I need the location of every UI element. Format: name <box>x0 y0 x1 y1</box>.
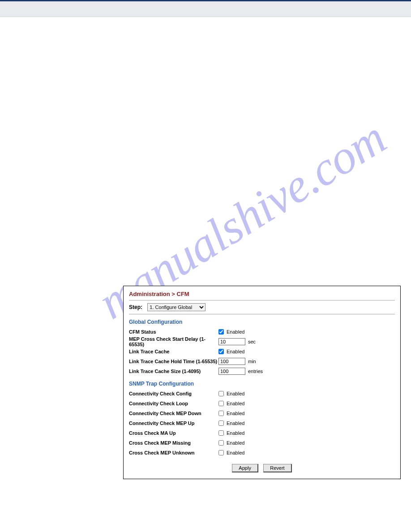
xc-mep-unknown-label: Cross Check MEP Unknown <box>129 450 218 455</box>
lt-size-unit: entries <box>248 369 263 374</box>
xc-mep-unknown-checkbox[interactable] <box>218 450 224 455</box>
link-trace-cache-row: Link Trace Cache Enabled <box>129 347 395 356</box>
cc-config-label: Connectivity Check Config <box>129 391 218 396</box>
cc-mep-down-checkbox[interactable] <box>218 411 224 416</box>
cfm-config-panel: Administration > CFM Step: 1. Configure … <box>123 286 401 479</box>
cc-mep-down-label: Connectivity Check MEP Down <box>129 411 218 416</box>
cc-loop-checkbox[interactable] <box>218 401 224 406</box>
cc-mep-up-label: Connectivity Check MEP Up <box>129 420 218 426</box>
link-trace-cache-label: Link Trace Cache <box>129 349 218 354</box>
xc-mep-unknown-row: Cross Check MEP Unknown Enabled <box>129 448 395 458</box>
step-select[interactable]: 1. Configure Global <box>147 303 206 311</box>
xc-mep-missing-row: Cross Check MEP Missing Enabled <box>129 438 395 448</box>
xc-mep-missing-label: Cross Check MEP Missing <box>129 440 218 446</box>
xc-ma-up-checkbox[interactable] <box>218 430 224 436</box>
xc-ma-up-label: Cross Check MA Up <box>129 430 218 436</box>
lt-hold-unit: min <box>248 359 256 364</box>
xc-mep-missing-checkbox[interactable] <box>218 440 224 446</box>
snmp-trap-header: SNMP Trap Configuration <box>129 381 395 387</box>
link-trace-cache-checkbox[interactable] <box>218 349 224 354</box>
lt-size-label: Link Trace Cache Size (1-4095) <box>129 369 218 374</box>
lt-size-row: Link Trace Cache Size (1-4095) entries <box>129 366 395 376</box>
apply-button[interactable]: Apply <box>232 464 258 472</box>
cc-config-checkbox[interactable] <box>218 391 224 396</box>
step-label: Step: <box>129 304 142 310</box>
xc-mep-unknown-text: Enabled <box>227 450 244 455</box>
cc-loop-label: Connectivity Check Loop <box>129 401 218 406</box>
button-row: Apply Revert <box>129 464 395 472</box>
cc-loop-row: Connectivity Check Loop Enabled <box>129 399 395 408</box>
cfm-status-checkbox[interactable] <box>218 329 224 335</box>
cc-mep-down-row: Connectivity Check MEP Down Enabled <box>129 408 395 418</box>
lt-size-input[interactable] <box>218 368 245 375</box>
xc-ma-up-row: Cross Check MA Up Enabled <box>129 428 395 438</box>
mep-delay-row: MEP Cross Check Start Delay (1-65535) se… <box>129 337 395 347</box>
mep-delay-input[interactable] <box>218 338 245 345</box>
mep-delay-unit: sec <box>248 339 256 344</box>
cc-config-text: Enabled <box>227 391 244 396</box>
cfm-status-text: Enabled <box>227 329 244 335</box>
global-config-header: Global Configuration <box>129 319 395 325</box>
mep-delay-label: MEP Cross Check Start Delay (1-65535) <box>129 336 218 347</box>
cfm-status-label: CFM Status <box>129 329 218 335</box>
panel-title: Administration > CFM <box>129 290 395 300</box>
cc-mep-up-checkbox[interactable] <box>218 420 224 426</box>
page-header-bar <box>0 0 411 17</box>
link-trace-cache-text: Enabled <box>227 349 244 354</box>
page-body: manualshive.com Administration > CFM Ste… <box>0 17 411 497</box>
cfm-status-row: CFM Status Enabled <box>129 327 395 337</box>
cc-config-row: Connectivity Check Config Enabled <box>129 389 395 399</box>
lt-hold-row: Link Trace Cache Hold Time (1-65535) min <box>129 356 395 366</box>
cc-loop-text: Enabled <box>227 401 244 406</box>
revert-button[interactable]: Revert <box>263 464 291 472</box>
lt-hold-label: Link Trace Cache Hold Time (1-65535) <box>129 359 218 364</box>
xc-ma-up-text: Enabled <box>227 430 244 436</box>
cc-mep-up-text: Enabled <box>227 420 244 426</box>
lt-hold-input[interactable] <box>218 358 245 365</box>
cc-mep-down-text: Enabled <box>227 411 244 416</box>
cc-mep-up-row: Connectivity Check MEP Up Enabled <box>129 418 395 428</box>
step-row: Step: 1. Configure Global <box>129 300 395 314</box>
xc-mep-missing-text: Enabled <box>227 440 244 446</box>
